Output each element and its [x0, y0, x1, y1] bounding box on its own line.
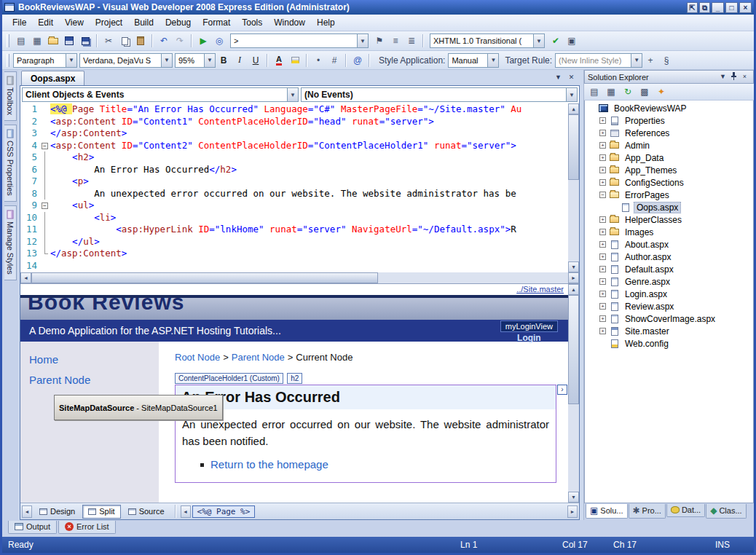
chevron-down-icon[interactable]: ▼: [357, 34, 368, 47]
code-line[interactable]: 10 <li>: [20, 212, 568, 224]
target-rule-combobox[interactable]: (New Inline Style)▼: [555, 53, 642, 68]
menu-project[interactable]: Project: [90, 15, 128, 30]
chevron-down-icon[interactable]: ▼: [487, 54, 498, 67]
split-view-button[interactable]: Split: [82, 505, 120, 519]
copy-icon[interactable]: [117, 34, 133, 49]
code-line[interactable]: 12 </ul>: [20, 236, 568, 248]
scrollbar-thumb[interactable]: [568, 295, 579, 404]
paste-icon[interactable]: [133, 34, 149, 49]
code-vertical-scrollbar[interactable]: ▲ ▼: [568, 103, 579, 272]
uncomment-icon[interactable]: ≣: [403, 34, 420, 49]
chevron-down-icon[interactable]: ▼: [204, 54, 215, 67]
sitemapdatasource-control[interactable]: SiteMapDataSource - SiteMapDataSource1: [54, 395, 223, 420]
bullet-list-icon[interactable]: •: [310, 52, 326, 68]
save-all-icon[interactable]: [77, 34, 93, 49]
tree-expander-icon[interactable]: +: [599, 216, 607, 224]
tool-tab-clas[interactable]: ◆Clas...: [706, 504, 746, 519]
tree-expander-icon[interactable]: +: [599, 302, 607, 310]
tree-expander-icon[interactable]: +: [599, 315, 607, 323]
comment-icon[interactable]: ≡: [387, 34, 403, 49]
scroll-left-icon[interactable]: ◄: [20, 272, 31, 283]
scrollbar-thumb[interactable]: [31, 272, 378, 283]
auto-hide-pin-icon[interactable]: [728, 72, 739, 82]
numbered-list-icon[interactable]: #: [326, 52, 342, 68]
bold-icon[interactable]: B: [216, 52, 232, 68]
menu-format[interactable]: Format: [197, 15, 236, 30]
chevron-down-icon[interactable]: ▼: [287, 88, 298, 101]
new-style-icon[interactable]: +: [642, 52, 658, 68]
content-control-region[interactable]: An Error Has Occurred › An unexpected er…: [175, 385, 556, 483]
view-class-diagram-icon[interactable]: ▩: [637, 84, 653, 100]
menu-tools[interactable]: Tools: [236, 15, 268, 30]
scroll-up-icon[interactable]: ▲: [568, 284, 579, 295]
tag-nav-right-icon[interactable]: ►: [567, 505, 578, 518]
tree-expander-icon[interactable]: +: [599, 178, 607, 186]
save-icon[interactable]: [61, 34, 77, 49]
tree-item-genre-aspx[interactable]: +Genre.aspx: [585, 275, 753, 288]
scroll-up-icon[interactable]: ▲: [568, 103, 579, 114]
tree-expander-icon[interactable]: +: [599, 129, 607, 137]
tree-item-login-aspx[interactable]: +Login.aspx: [585, 288, 753, 300]
highlight-icon[interactable]: [287, 52, 303, 68]
menu-help[interactable]: Help: [311, 15, 341, 30]
tree-item-oops-aspx[interactable]: Oops.aspx: [585, 201, 753, 213]
nav-link-home[interactable]: Home: [29, 353, 159, 366]
tree-item-web-config[interactable]: Web.config: [585, 337, 753, 350]
tree-item-default-aspx[interactable]: +Default.aspx: [585, 263, 753, 275]
document-tab[interactable]: Oops.aspx: [21, 71, 84, 85]
scroll-down-icon[interactable]: ▼: [568, 261, 579, 272]
code-line[interactable]: 5 <h2>: [20, 151, 568, 164]
tree-item-errorpages[interactable]: −ErrorPages: [585, 189, 753, 201]
add-new-item-icon[interactable]: ▦: [29, 34, 45, 49]
tree-expander-icon[interactable]: +: [599, 327, 607, 335]
code-horizontal-scrollbar[interactable]: ◄ ►: [20, 272, 579, 283]
font-size-combobox[interactable]: 95%▼: [175, 53, 216, 68]
toolbar-grip[interactable]: [7, 34, 9, 47]
fold-collapse-icon[interactable]: −: [42, 202, 48, 209]
bookmark-icon[interactable]: ⚑: [371, 34, 387, 49]
sidebar-tab-css-properties[interactable]: CSS Properties: [4, 125, 17, 202]
fore-color-icon[interactable]: A: [271, 52, 287, 68]
dock-icon[interactable]: ⇱: [687, 2, 698, 13]
open-file-icon[interactable]: [45, 34, 61, 49]
close-icon[interactable]: ×: [739, 72, 750, 82]
tree-item-images[interactable]: +Images: [585, 226, 753, 238]
redo-icon[interactable]: ↷: [172, 34, 188, 49]
code-line[interactable]: 2<asp:Content ID="Content1" ContentPlace…: [20, 116, 568, 128]
panel-tab-error-list[interactable]: ×Error List: [58, 521, 116, 534]
sidebar-tab-toolbox[interactable]: Toolbox: [4, 71, 17, 121]
menu-window[interactable]: Window: [268, 15, 311, 30]
close-document-icon[interactable]: ✕: [566, 73, 577, 83]
show-all-files-icon[interactable]: ▦: [603, 84, 619, 100]
menu-file[interactable]: File: [7, 15, 32, 30]
validate-icon[interactable]: ✔: [548, 34, 564, 49]
code-line[interactable]: 14: [20, 260, 568, 272]
code-line[interactable]: 3</asp:Content>: [20, 127, 568, 140]
tree-expander-icon[interactable]: +: [599, 228, 607, 236]
hyperlink-icon[interactable]: @: [350, 52, 366, 68]
scroll-down-icon[interactable]: ▼: [568, 492, 579, 503]
scroll-left-icon[interactable]: ◄: [22, 505, 32, 518]
italic-icon[interactable]: I: [232, 52, 248, 68]
scrollbar-thumb[interactable]: [568, 114, 579, 180]
tree-expander-icon[interactable]: +: [599, 253, 607, 261]
smart-tag-arrow-icon[interactable]: ›: [557, 385, 567, 395]
fold-collapse-icon[interactable]: −: [42, 143, 48, 149]
tree-item-site-master[interactable]: +Site.master: [585, 325, 753, 337]
code-line[interactable]: 1<%@ Page Title="An Error Has Occurred" …: [20, 103, 568, 116]
tree-item-review-aspx[interactable]: +Review.aspx: [585, 300, 753, 312]
tree-expander-icon[interactable]: +: [599, 166, 607, 174]
breadcrumb-link[interactable]: Root Node: [175, 352, 220, 363]
code-line[interactable]: 6 An Error Has Occurred</h2>: [20, 164, 568, 176]
tree-item-author-aspx[interactable]: +Author.aspx: [585, 251, 753, 263]
tree-item-showcoverimage-aspx[interactable]: +ShowCoverImage.aspx: [585, 312, 753, 325]
code-line[interactable]: 8 An unexpected error occurred on our we…: [20, 188, 568, 200]
minimize-icon[interactable]: _: [712, 2, 724, 13]
homepage-link[interactable]: Return to the homepage: [210, 458, 328, 471]
tree-item-references[interactable]: +References: [585, 127, 753, 139]
tree-item-configsections[interactable]: +ConfigSections: [585, 176, 753, 189]
tree-expander-icon[interactable]: −: [599, 191, 607, 199]
solution-explorer-titlebar[interactable]: Solution Explorer ▼ ×: [584, 70, 754, 84]
sidebar-tab-manage-styles[interactable]: Manage Styles: [4, 205, 17, 280]
code-line[interactable]: 11 <asp:HyperLink ID="lnkHome" runat="se…: [20, 224, 568, 236]
